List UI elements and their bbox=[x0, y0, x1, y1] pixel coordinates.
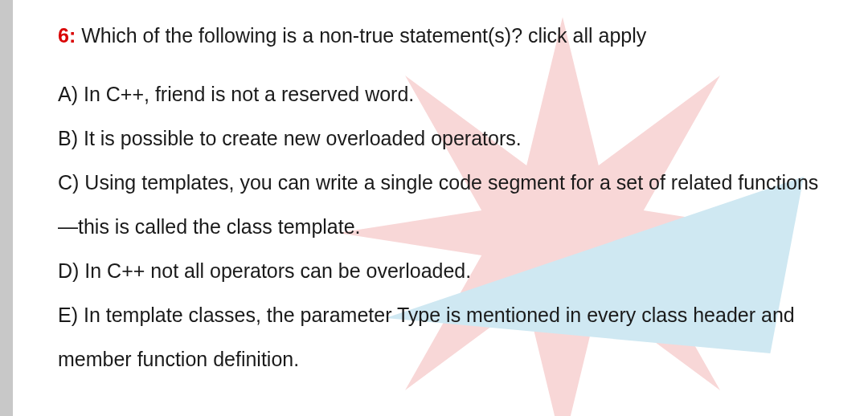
question-header: 6: Which of the following is a non-true … bbox=[58, 19, 820, 51]
option-e[interactable]: E) In template classes, the parameter Ty… bbox=[58, 293, 820, 381]
question-number: 6: bbox=[58, 24, 76, 47]
option-a[interactable]: A) In C++, friend is not a reserved word… bbox=[58, 72, 820, 116]
option-d[interactable]: D) In C++ not all operators can be overl… bbox=[58, 249, 820, 293]
question-text: Which of the following is a non-true sta… bbox=[81, 24, 646, 47]
option-c[interactable]: C) Using templates, you can write a sing… bbox=[58, 161, 820, 249]
option-b[interactable]: B) It is possible to create new overload… bbox=[58, 116, 820, 161]
question-content: 6: Which of the following is a non-true … bbox=[0, 0, 868, 381]
